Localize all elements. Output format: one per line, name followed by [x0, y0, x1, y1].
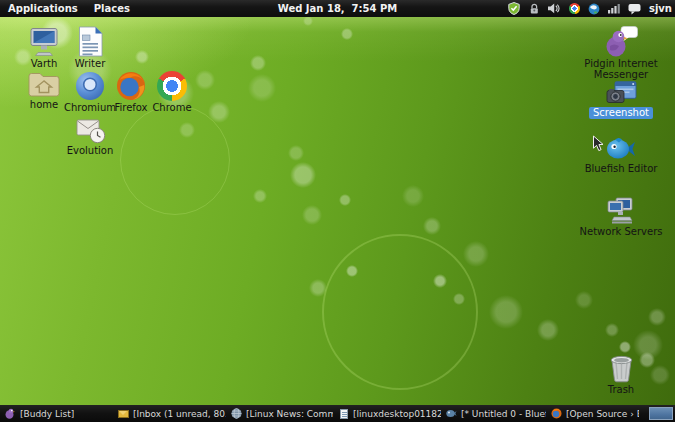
network-signal-icon[interactable]	[608, 2, 621, 15]
taskbar-item-label: [Buddy List]	[20, 409, 74, 419]
taskbar-item-label: [Inbox (1 unread, 80...	[133, 409, 226, 419]
wallpaper: Varth Writer home Chromium Firefox	[0, 17, 675, 405]
desktop-icon-network-servers[interactable]: Network Servers	[577, 197, 665, 237]
pidgin-bird-icon	[603, 26, 639, 57]
taskbar-item-bluefish-untitled[interactable]: [* Untitled 0 - Bluefi...	[446, 406, 546, 421]
bluefish-mini-icon	[446, 408, 457, 419]
taskbar-item-label: [linuxdesktop01182...	[353, 409, 441, 419]
globe-mini-icon	[231, 408, 242, 419]
icon-label-selected: Screenshot	[589, 107, 653, 119]
screenshot-camera-icon	[606, 81, 637, 106]
pidgin-mini-icon	[5, 408, 16, 419]
volume-icon[interactable]	[548, 2, 561, 15]
icon-label: Writer	[75, 58, 106, 69]
bottom-panel: [Buddy List] [Inbox (1 unread, 80... [Li…	[0, 405, 675, 422]
keyring-lock-icon[interactable]	[528, 2, 541, 15]
username[interactable]: sjvn	[648, 3, 672, 14]
firefox-icon	[116, 71, 146, 101]
bluefish-icon	[606, 136, 636, 162]
icon-label: Evolution	[67, 145, 114, 156]
bokeh-ring	[322, 234, 478, 390]
home-folder-icon	[27, 71, 61, 98]
menu-applications[interactable]: Applications	[0, 0, 86, 17]
icon-label: Network Servers	[580, 226, 663, 237]
taskbar-item-label: [Open Source › Edit ...	[566, 409, 639, 419]
menu-places[interactable]: Places	[86, 0, 138, 17]
icon-label: Firefox	[114, 102, 147, 113]
desktop-icon-trash[interactable]: Trash	[593, 354, 649, 395]
shield-security-icon[interactable]	[508, 2, 521, 15]
desktop-screen: Applications Places Wed Jan 18, 7:54 PM	[0, 0, 675, 422]
desktop-icon-pidgin[interactable]: Pidgin Internet Messenger	[579, 26, 663, 80]
taskbar-item-label: [* Untitled 0 - Bluefi...	[461, 409, 546, 419]
taskbar-item-label: [Linux News: Comm...	[246, 409, 333, 419]
chat-bubble-icon[interactable]	[628, 2, 641, 15]
network-servers-icon	[604, 197, 638, 225]
taskbar-item-linux-news[interactable]: [Linux News: Comm...	[231, 406, 333, 421]
workspace-switcher[interactable]	[649, 407, 673, 420]
desktop-icon-evolution[interactable]: Evolution	[62, 114, 118, 156]
icon-label: Bluefish Editor	[585, 163, 658, 174]
icon-label: home	[30, 99, 58, 110]
globe-update-icon[interactable]	[588, 2, 601, 15]
firefox-mini-icon	[551, 408, 562, 419]
system-tray: sjvn	[508, 0, 672, 17]
clock[interactable]: Wed Jan 18, 7:54 PM	[278, 3, 397, 14]
evolution-mail-clock-icon	[75, 114, 106, 144]
chrome-icon	[157, 71, 187, 101]
mail-mini-icon	[118, 408, 129, 419]
bokeh-ring	[120, 105, 230, 215]
icon-label: Pidgin Internet Messenger	[579, 58, 663, 80]
desktop-icon-screenshot[interactable]: Screenshot	[585, 81, 657, 119]
icon-label: Chrome	[152, 102, 191, 113]
taskbar-item-open-source-edit[interactable]: [Open Source › Edit ...	[551, 406, 639, 421]
computer-icon	[27, 27, 61, 57]
taskbar-item-linuxdesktop-doc[interactable]: [linuxdesktop01182...	[338, 406, 441, 421]
taskbar-item-inbox[interactable]: [Inbox (1 unread, 80...	[118, 406, 226, 421]
trash-can-icon	[608, 354, 635, 383]
icon-label: Varth	[31, 58, 58, 69]
chrome-icon[interactable]	[568, 2, 581, 15]
document-mini-icon	[338, 408, 349, 419]
taskbar-item-buddy-list[interactable]: [Buddy List]	[5, 406, 113, 421]
top-panel: Applications Places Wed Jan 18, 7:54 PM	[0, 0, 675, 17]
mouse-cursor	[592, 135, 604, 156]
icon-label: Trash	[608, 384, 634, 395]
writer-document-icon	[78, 26, 103, 57]
desktop-icon-chrome[interactable]: Chrome	[146, 71, 198, 113]
desktop-icon-writer[interactable]: Writer	[62, 26, 118, 69]
chromium-icon	[75, 71, 105, 101]
